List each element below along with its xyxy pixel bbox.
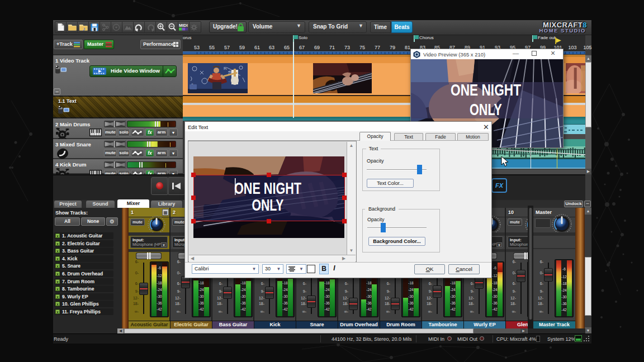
- svg-text:ONLY: ONLY: [470, 100, 502, 118]
- svg-text:ONE NIGHT: ONE NIGHT: [234, 179, 301, 197]
- svg-text:ONLY: ONLY: [252, 196, 284, 214]
- svg-text:MIDI: MIDI: [179, 23, 188, 28]
- svg-text:♪: ♪: [83, 26, 86, 32]
- svg-text:ONE NIGHT: ONE NIGHT: [451, 80, 521, 99]
- svg-text:R: R: [224, 66, 227, 71]
